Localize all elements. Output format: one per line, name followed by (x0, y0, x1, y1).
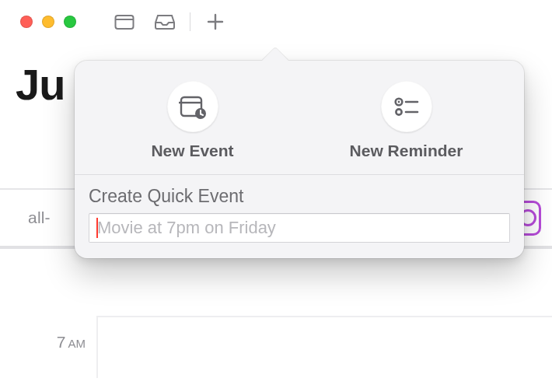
svg-line-8 (201, 114, 203, 116)
new-reminder-label: New Reminder (350, 142, 463, 160)
toolbar (104, 8, 236, 36)
close-window-button[interactable] (20, 16, 33, 28)
quick-event-title: Create Quick Event (89, 186, 510, 207)
toolbar-separator (190, 12, 190, 31)
svg-point-12 (396, 109, 401, 114)
reminders-list-icon (393, 96, 420, 117)
inbox-icon (154, 13, 176, 30)
hour-meridiem: AM (66, 337, 86, 350)
quick-event-input[interactable] (89, 213, 510, 243)
new-event-button[interactable]: New Event (86, 81, 299, 160)
quick-event-section: Create Quick Event (75, 175, 524, 243)
minimize-window-button[interactable] (42, 16, 54, 28)
svg-point-10 (397, 101, 400, 103)
new-event-icon-chip (167, 81, 218, 132)
month-heading: Ju (16, 59, 65, 110)
window-controls (20, 16, 76, 28)
calendars-toolbar-button[interactable] (104, 8, 145, 36)
hour-value: 7 (57, 333, 66, 351)
calendar-add-icon (179, 93, 207, 120)
new-event-label: New Event (151, 142, 233, 160)
zoom-window-button[interactable] (64, 16, 76, 28)
add-toolbar-button[interactable] (195, 8, 236, 36)
window-titlebar (0, 0, 552, 44)
hour-label: 7AM (0, 316, 96, 378)
inbox-toolbar-button[interactable] (145, 8, 185, 36)
add-popover: New Event New Reminder Create Quick Even… (75, 61, 524, 258)
new-reminder-icon-chip (381, 81, 432, 132)
text-cursor (96, 218, 98, 238)
svg-rect-0 (116, 16, 134, 29)
calendar-icon (114, 13, 135, 30)
hour-row-7am: 7AM (0, 316, 552, 378)
hour-cell[interactable] (96, 316, 552, 378)
new-reminder-button[interactable]: New Reminder (299, 81, 513, 160)
plus-icon (207, 13, 224, 30)
